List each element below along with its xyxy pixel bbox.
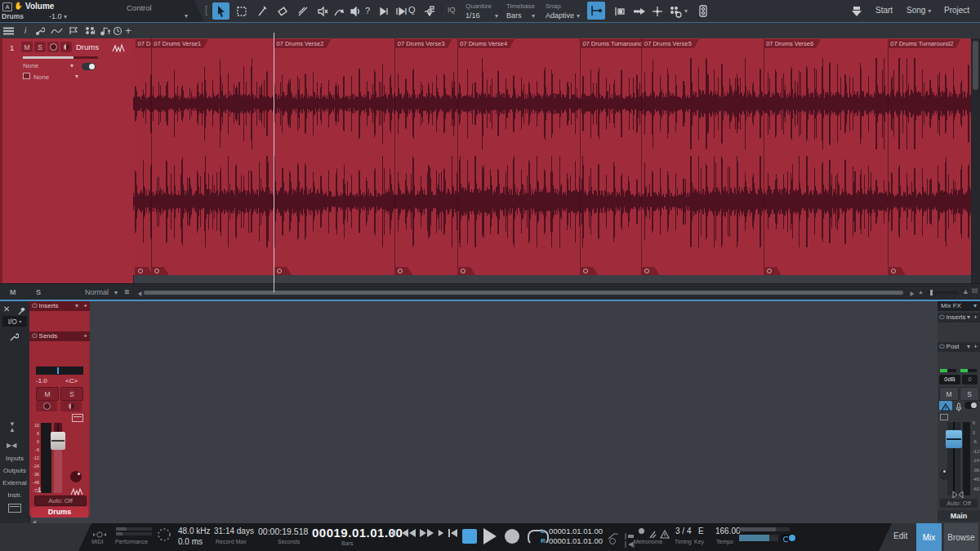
tempo-value[interactable]: 166.00 <box>715 527 741 535</box>
zoom-out-arrow[interactable] <box>911 291 915 296</box>
close-console-icon[interactable]: ✕ <box>3 304 10 313</box>
edit-view-button[interactable]: Edit <box>893 531 907 540</box>
browse-view-button[interactable]: Browse <box>944 523 978 551</box>
main-gain-value[interactable]: 0dB <box>939 375 960 384</box>
arrow-tool[interactable] <box>212 2 229 20</box>
waveform-canvas[interactable] <box>133 38 971 275</box>
grid-settings-chevron-icon[interactable]: ▾ <box>684 7 688 15</box>
region-label[interactable]: 07 Drums Turnaround2 <box>888 39 960 48</box>
channel-solo-button[interactable]: S <box>60 387 83 401</box>
loop-button[interactable] <box>528 530 549 545</box>
pan-knob[interactable] <box>70 471 82 482</box>
record-button[interactable] <box>505 529 519 544</box>
channel-name-label[interactable]: Drums <box>31 507 88 518</box>
play-to-marker-icon[interactable] <box>392 2 409 20</box>
output-volume-slider[interactable] <box>739 535 778 541</box>
channel-monitor-button[interactable] <box>60 401 82 411</box>
track-solo-button[interactable]: S <box>34 42 46 52</box>
vertical-scrollbar-thumb[interactable] <box>973 41 978 90</box>
automation-mode-button[interactable]: Auto: Off <box>34 495 87 506</box>
channel-record-button[interactable] <box>36 401 57 411</box>
track-input-select[interactable]: None <box>23 62 38 69</box>
main-name-label[interactable]: Main <box>938 510 980 522</box>
main-automation-button[interactable]: Auto: Off <box>940 499 978 508</box>
song-page-button[interactable]: Song ▾ <box>906 6 931 15</box>
track-monitor-button[interactable] <box>60 42 72 52</box>
region-label[interactable]: 07 Drums Verse2 <box>274 39 331 48</box>
mono-button[interactable] <box>939 401 952 411</box>
input-quantize-toggle[interactable]: IQ <box>448 6 456 14</box>
rail-item-inputs[interactable]: Inputs <box>0 455 29 462</box>
inserts-header[interactable]: ⏻ Inserts ▾+ <box>29 301 90 311</box>
horizontal-scrollbar-thumb[interactable] <box>144 291 903 295</box>
region-label[interactable]: 07 Drums Verse4 <box>457 39 514 48</box>
region-label[interactable]: 07 Drums Verse1 <box>151 39 208 48</box>
main-fader-cap[interactable] <box>946 430 962 448</box>
project-page-button[interactable]: Project <box>944 6 969 15</box>
snap-chevron-icon[interactable]: ▾ <box>577 12 580 20</box>
main-solo-button[interactable]: S <box>960 387 979 401</box>
film-strip-icon[interactable] <box>694 2 711 20</box>
track-toggle[interactable] <box>82 63 96 70</box>
playhead[interactable] <box>274 33 274 292</box>
automation-value[interactable]: -1.0 ▾ <box>49 12 67 20</box>
main-inserts-header[interactable]: ⏻ Inserts ▾+ <box>938 313 980 322</box>
stop-button[interactable] <box>462 529 477 544</box>
vertical-scrollbar[interactable] <box>971 38 980 283</box>
play-button[interactable] <box>483 528 497 544</box>
region-label[interactable]: 07 Drums Verse5 <box>642 39 699 48</box>
loop-start-value[interactable]: 00001.01.01.00 <box>549 527 603 535</box>
autoscroll-button[interactable] <box>587 2 605 20</box>
link-icon[interactable] <box>940 414 948 420</box>
zoom-small-icon[interactable]: ▲ <box>918 289 924 295</box>
next-bar-button[interactable] <box>438 529 444 537</box>
output-chevron-icon[interactable]: ▾ <box>75 73 78 80</box>
track-record-arm-button[interactable] <box>47 42 59 52</box>
panel-chevron-icon[interactable]: ▾ <box>185 12 188 20</box>
timing-value[interactable]: 3 / 4 <box>675 527 691 535</box>
rewind-button[interactable] <box>402 529 416 537</box>
region-label[interactable]: 07 Drums Turnaround1 <box>580 39 649 48</box>
autopunch-icon[interactable] <box>609 538 616 544</box>
marker-track-icon[interactable] <box>611 2 628 20</box>
bank-list-icon[interactable] <box>8 504 21 513</box>
timebase-select[interactable]: Bars <box>506 11 522 20</box>
q-macro-button[interactable]: Q <box>408 5 416 15</box>
tool-wrench-icon[interactable] <box>33 24 47 37</box>
track-mute-button[interactable]: M <box>21 42 33 52</box>
automation-icon[interactable] <box>49 24 64 37</box>
inspector-icon[interactable]: i <box>18 24 33 37</box>
automation-mode-select[interactable]: Control <box>127 3 152 12</box>
eraser-tool[interactable] <box>274 2 291 20</box>
paint-tool[interactable] <box>294 2 311 20</box>
track-output-select[interactable]: None <box>23 73 49 81</box>
output-toggle[interactable] <box>781 534 796 542</box>
main-pan-knob[interactable] <box>939 469 950 480</box>
master-solo-button[interactable]: S <box>36 288 41 296</box>
channel-fader-cap[interactable] <box>51 432 65 450</box>
macro-organizer-icon[interactable] <box>421 2 438 20</box>
follow-cursor-icon[interactable] <box>630 2 648 20</box>
loop-end-value[interactable]: 00001.01.01.00 <box>549 536 603 545</box>
listen-tool[interactable] <box>346 2 363 20</box>
main-mute-button[interactable]: M <box>939 387 959 401</box>
rail-item-instr[interactable]: Instr. <box>0 491 29 499</box>
split-tool[interactable] <box>253 2 270 20</box>
layers-icon[interactable] <box>72 414 83 422</box>
talkback-mic-icon[interactable] <box>955 401 963 415</box>
timebase-chevron-icon[interactable]: ▾ <box>532 12 535 20</box>
pan-value[interactable]: -1.0 <box>36 377 47 384</box>
metronome-dot-icon[interactable] <box>639 528 644 534</box>
rail-item-external[interactable]: External <box>0 479 29 487</box>
monitor-toggle[interactable] <box>964 402 978 409</box>
zoom-preset-icon[interactable]: ▤ <box>972 287 978 294</box>
performance-label[interactable]: Performance <box>115 539 148 544</box>
post-header[interactable]: ⏻ Post ▾+ <box>938 342 980 352</box>
grid-dots-icon[interactable] <box>82 24 97 37</box>
pan-slider[interactable] <box>36 367 83 375</box>
snap-select[interactable]: Adaptive <box>546 11 574 20</box>
seconds-value[interactable]: 00:00:19.518 <box>258 527 308 536</box>
mixfx-header[interactable]: Mix FX▾ <box>938 301 980 311</box>
download-arrow-icon[interactable] <box>848 2 865 20</box>
track-volume-slider[interactable] <box>23 56 98 59</box>
